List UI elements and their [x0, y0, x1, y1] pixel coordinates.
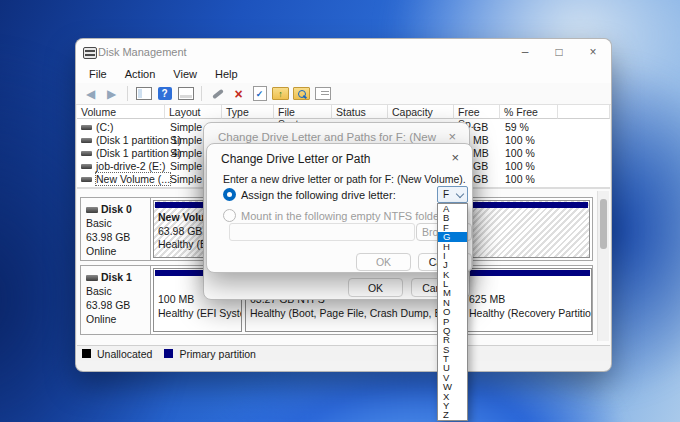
volume-icon: [81, 125, 92, 130]
volume-layout: Simple: [170, 134, 202, 146]
volume-pct-free: 100 %: [505, 173, 535, 185]
disk-management-icon: [83, 47, 97, 59]
volume-free-space: GB: [473, 121, 488, 133]
primary-partition-swatch: [164, 349, 173, 358]
close-icon[interactable]: ×: [448, 129, 456, 144]
partition-size: 625 MB: [469, 293, 505, 305]
menu-help[interactable]: Help: [206, 68, 247, 80]
check-document-icon[interactable]: ✓: [251, 86, 268, 102]
volume-layout: Simple: [170, 173, 202, 185]
assign-drive-letter-radio[interactable]: [223, 188, 236, 201]
details-icon[interactable]: [314, 86, 331, 102]
assign-drive-letter-label: Assign the following drive letter:: [241, 189, 396, 201]
menu-action[interactable]: Action: [116, 68, 165, 80]
volume-icon: [81, 138, 92, 143]
volume-pct-free: 100 %: [505, 134, 535, 146]
volume-name: New Volume (...: [96, 173, 170, 185]
volume-free-space: MB: [473, 134, 489, 146]
help-icon[interactable]: ?: [156, 86, 173, 102]
scrollbar-thumb[interactable]: [600, 199, 607, 249]
drive-letter-combobox[interactable]: F: [437, 186, 468, 203]
dialog-title: Change Drive Letter or Path: [221, 152, 370, 166]
disk-label: Disk 1: [101, 271, 132, 283]
disk-size: 63.98 GB: [86, 299, 130, 311]
legend-unallocated: Unallocated: [97, 348, 152, 360]
menu-view[interactable]: View: [164, 68, 206, 80]
disk-icon: [86, 275, 98, 281]
volume-pct-free: 59 %: [505, 121, 529, 133]
partition-recovery[interactable]: 625 MB Healthy (Recovery Partition): [464, 268, 592, 332]
ok-button: OK: [356, 253, 411, 271]
volume-free-space: MB: [473, 147, 489, 159]
ok-button[interactable]: OK: [348, 278, 403, 297]
volume-free-space: GB: [473, 173, 488, 185]
volume-icon: [81, 177, 92, 182]
back-icon[interactable]: ◀: [82, 86, 99, 102]
volume-name: (Disk 1 partition 1): [96, 134, 181, 146]
volume-pct-free: 100 %: [505, 160, 535, 172]
mount-folder-radio: [223, 209, 236, 222]
disk0-info[interactable]: Disk 0 Basic 63.98 GB Online: [81, 198, 151, 260]
disk-status: Online: [86, 245, 116, 257]
mount-folder-input: [229, 223, 415, 241]
disk-label: Disk 0: [101, 203, 132, 215]
disk-type: Basic: [86, 217, 112, 229]
partition-size: 100 MB: [158, 293, 194, 305]
delete-icon[interactable]: ×: [230, 86, 247, 102]
volume-layout: Simple: [170, 160, 202, 172]
window-title: Disk Management: [98, 46, 187, 58]
column-header-filler: [558, 105, 610, 119]
volume-name: (C:): [96, 121, 114, 133]
dropdown-item[interactable]: Z: [438, 410, 467, 419]
volume-layout: Simple: [170, 147, 202, 159]
chevron-down-icon: [456, 190, 464, 198]
column-header-layout[interactable]: Layout: [165, 105, 222, 119]
column-header-pct-free[interactable]: % Free: [500, 105, 558, 119]
primary-partition-band: [466, 270, 590, 276]
console-tree-icon[interactable]: [135, 86, 152, 102]
partition-status: Healthy (Boot, Page File, Crash Dump, Ba…: [250, 307, 461, 319]
action-pane-icon[interactable]: [177, 86, 194, 102]
disk-icon: [86, 207, 98, 213]
forward-icon[interactable]: ▶: [103, 86, 120, 102]
legend-primary-partition: Primary partition: [179, 348, 255, 360]
menu-bar: File Action View Help: [76, 65, 611, 83]
close-button[interactable]: ×: [582, 44, 604, 60]
disk-status: Online: [86, 313, 116, 325]
scrollbar[interactable]: [597, 191, 609, 341]
partition-status: Healthy (Recovery Partition): [469, 307, 592, 319]
disk-size: 63.98 GB: [86, 231, 130, 243]
desktop: Disk Management – □ × File Action View H…: [0, 0, 680, 422]
close-icon[interactable]: ×: [451, 150, 459, 165]
column-header-file-system[interactable]: File System: [274, 105, 332, 119]
volume-icon: [81, 151, 92, 156]
dialog-prompt: Enter a new drive letter or path for F: …: [223, 173, 466, 185]
folder-search-icon[interactable]: [293, 86, 310, 102]
column-header-type[interactable]: Type: [222, 105, 274, 119]
partition-text: 625 MB Healthy (Recovery Partition): [469, 293, 592, 320]
disk-type: Basic: [86, 285, 112, 297]
drive-letter-dropdown: A B F G H I J K L M N O P Q R S T U V W …: [437, 203, 468, 421]
title-bar[interactable]: Disk Management – □ ×: [76, 39, 611, 65]
column-header-volume[interactable]: Volume: [77, 105, 165, 119]
tool-icon[interactable]: [209, 86, 226, 102]
mount-folder-label: Mount in the following empty NTFS folder…: [241, 210, 446, 222]
toolbar-separator: [201, 86, 202, 101]
column-header-free-space[interactable]: Free Sp...: [454, 105, 500, 119]
volume-free-space: GB: [473, 160, 488, 172]
volume-icon: [81, 164, 92, 169]
folder-up-icon[interactable]: ↑: [272, 86, 289, 102]
column-header-capacity[interactable]: Capacity: [388, 105, 454, 119]
menu-file[interactable]: File: [80, 68, 116, 80]
combobox-value: F: [443, 189, 449, 200]
toolbar-separator: [127, 86, 128, 101]
column-header-status[interactable]: Status: [332, 105, 388, 119]
partition-status: Healthy (EFI System P: [158, 307, 242, 319]
toolbar: ◀ ▶ ? × ✓ ↑: [76, 83, 611, 105]
disk1-info[interactable]: Disk 1 Basic 63.98 GB Online: [81, 266, 151, 334]
volume-pct-free: 100 %: [505, 147, 535, 159]
volume-name: job-drive-2 (E:): [96, 160, 165, 172]
minimize-button[interactable]: –: [514, 44, 536, 60]
change-drive-letter-or-path-dialog: Change Drive Letter or Path × Enter a ne…: [206, 143, 473, 273]
maximize-button[interactable]: □: [548, 44, 570, 60]
